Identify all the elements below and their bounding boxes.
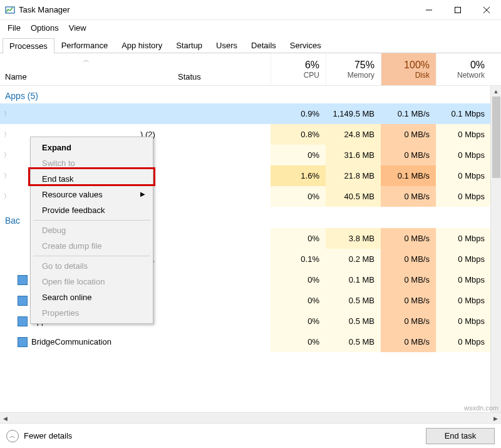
cell-network: 0 Mbps bbox=[436, 331, 491, 352]
cell-network: 0 Mbps bbox=[436, 186, 491, 207]
window-controls bbox=[415, 0, 501, 20]
cell-network: 0 Mbps bbox=[436, 249, 491, 269]
cell-disk: 0 MB/s bbox=[381, 124, 436, 145]
scroll-up-icon[interactable]: ▲ bbox=[491, 86, 501, 96]
cell-disk: 0.1 MB/s bbox=[381, 103, 436, 124]
process-name: BridgeCommunication bbox=[31, 337, 111, 346]
ctx-go-to-details: Go to details bbox=[32, 258, 152, 274]
column-status-label: Status bbox=[178, 72, 201, 81]
cell-cpu: 0% bbox=[271, 145, 326, 165]
watermark: wsxdn.com bbox=[464, 404, 498, 412]
cell-network: 0 Mbps bbox=[436, 124, 491, 145]
close-button[interactable] bbox=[472, 0, 501, 20]
menu-options[interactable]: Options bbox=[26, 22, 64, 34]
chevron-right-icon[interactable]: 〉 bbox=[4, 192, 11, 201]
network-label: Network bbox=[457, 71, 485, 80]
cell-memory: 0.1 MB bbox=[326, 269, 381, 290]
cell-memory: 0.2 MB bbox=[326, 249, 381, 269]
table-row[interactable]: BridgeCommunication 0% 0.5 MB 0 MB/s 0 M… bbox=[0, 331, 501, 352]
horizontal-scrollbar[interactable]: ◀ ▶ bbox=[0, 412, 501, 423]
column-status[interactable]: Status bbox=[173, 53, 271, 85]
scroll-left-icon[interactable]: ◀ bbox=[0, 414, 11, 424]
chevron-up-icon: ︿ bbox=[6, 430, 19, 442]
disk-label: Disk bbox=[415, 71, 430, 80]
ctx-provide-feedback[interactable]: Provide feedback bbox=[32, 202, 152, 218]
cell-cpu: 0% bbox=[271, 331, 326, 352]
cell-network: 0 Mbps bbox=[436, 165, 491, 186]
ctx-expand[interactable]: Expand bbox=[32, 140, 152, 155]
context-menu: Expand Switch to End task Resource value… bbox=[30, 137, 153, 324]
cell-disk: 0 MB/s bbox=[381, 290, 436, 311]
cell-network: 0 Mbps bbox=[436, 145, 491, 165]
chevron-right-icon[interactable]: 〉 bbox=[4, 151, 11, 160]
chevron-right-icon: ▶ bbox=[140, 190, 145, 197]
tab-users[interactable]: Users bbox=[209, 38, 244, 53]
cpu-label: CPU bbox=[304, 71, 319, 80]
tab-performance[interactable]: Performance bbox=[54, 38, 115, 53]
ctx-open-file-location: Open file location bbox=[32, 274, 152, 289]
cpu-percent: 6% bbox=[305, 60, 319, 71]
scroll-right-icon[interactable]: ▶ bbox=[490, 413, 501, 424]
group-apps[interactable]: Apps (5) bbox=[0, 86, 501, 103]
cell-disk: 0 MB/s bbox=[381, 145, 436, 165]
cell-disk: 0 MB/s bbox=[381, 249, 436, 269]
window-title: Task Manager bbox=[19, 5, 415, 14]
cell-network: 0 Mbps bbox=[436, 228, 491, 249]
chevron-right-icon[interactable]: 〉 bbox=[4, 172, 11, 180]
column-name[interactable]: ︿ Name bbox=[0, 53, 173, 85]
scroll-thumb[interactable] bbox=[492, 96, 500, 178]
end-task-button[interactable]: End task bbox=[426, 428, 495, 444]
cell-disk: 0 MB/s bbox=[381, 269, 436, 290]
tab-processes[interactable]: Processes bbox=[3, 38, 54, 53]
ctx-properties: Properties bbox=[32, 305, 152, 321]
tab-details[interactable]: Details bbox=[244, 38, 283, 53]
column-disk[interactable]: 100% Disk bbox=[381, 53, 436, 85]
cell-disk: 0 MB/s bbox=[381, 186, 436, 207]
process-icon bbox=[18, 296, 28, 306]
sort-indicator-icon: ︿ bbox=[83, 56, 90, 65]
column-cpu[interactable]: 6% CPU bbox=[271, 53, 326, 85]
cell-disk: 0 MB/s bbox=[381, 311, 436, 331]
tab-services[interactable]: Services bbox=[283, 38, 328, 53]
tab-app-history[interactable]: App history bbox=[115, 38, 169, 53]
column-network[interactable]: 0% Network bbox=[436, 53, 491, 85]
vertical-scrollbar[interactable]: ▲ ▼ bbox=[490, 86, 501, 424]
table-row[interactable]: 〉 0.9% 1,149.5 MB 0.1 MB/s 0.1 Mbps bbox=[0, 103, 501, 124]
memory-percent: 75% bbox=[354, 60, 374, 71]
separator bbox=[33, 220, 150, 221]
column-name-label: Name bbox=[5, 72, 27, 81]
ctx-search-online[interactable]: Search online bbox=[32, 289, 152, 305]
chevron-right-icon[interactable]: 〉 bbox=[4, 110, 11, 118]
cell-cpu: 0.8% bbox=[271, 124, 326, 145]
ctx-end-task[interactable]: End task bbox=[32, 171, 152, 187]
cell-cpu: 0% bbox=[271, 311, 326, 331]
ctx-resource-values-label: Resource values bbox=[42, 190, 103, 199]
cell-disk: 0 MB/s bbox=[381, 228, 436, 249]
cell-memory: 3.8 MB bbox=[326, 228, 381, 249]
tab-startup[interactable]: Startup bbox=[169, 38, 209, 53]
memory-label: Memory bbox=[348, 71, 374, 80]
column-headers: ︿ Name Status 6% CPU 75% Memory 100% Dis… bbox=[0, 53, 501, 86]
tab-strip: Processes Performance App history Startu… bbox=[0, 35, 501, 53]
menu-bar: File Options View bbox=[0, 20, 501, 35]
cell-cpu: 0% bbox=[271, 290, 326, 311]
menu-file[interactable]: File bbox=[3, 22, 26, 34]
ctx-switch-to: Switch to bbox=[32, 155, 152, 171]
cell-cpu: 0.9% bbox=[271, 103, 326, 124]
ctx-resource-values[interactable]: Resource values▶ bbox=[32, 187, 152, 202]
cell-cpu: 0.1% bbox=[271, 249, 326, 269]
cell-memory: 31.6 MB bbox=[326, 145, 381, 165]
chevron-right-icon[interactable]: 〉 bbox=[4, 130, 11, 139]
fewer-details-toggle[interactable]: ︿ Fewer details bbox=[6, 430, 72, 442]
maximize-button[interactable] bbox=[443, 0, 472, 20]
menu-view[interactable]: View bbox=[64, 22, 91, 34]
cell-memory: 0.5 MB bbox=[326, 331, 381, 352]
ctx-create-dump: Create dump file bbox=[32, 238, 152, 254]
footer: ︿ Fewer details End task bbox=[0, 423, 501, 448]
network-percent: 0% bbox=[470, 60, 485, 71]
column-memory[interactable]: 75% Memory bbox=[326, 53, 381, 85]
fewer-details-label: Fewer details bbox=[24, 431, 72, 440]
process-icon bbox=[18, 316, 28, 326]
cell-cpu: 0% bbox=[271, 228, 326, 249]
minimize-button[interactable] bbox=[415, 0, 443, 20]
